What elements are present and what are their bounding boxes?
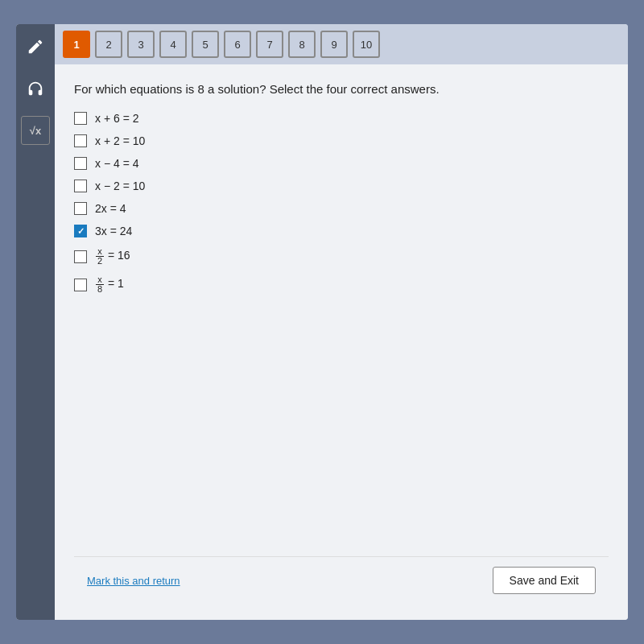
fraction-x8: x 8: [96, 275, 104, 294]
option-1[interactable]: x + 6 = 2: [74, 112, 609, 125]
mark-return-link[interactable]: Mark this and return: [87, 575, 180, 587]
question-btn-7[interactable]: 7: [256, 31, 283, 58]
question-btn-1[interactable]: 1: [63, 31, 90, 58]
option-6[interactable]: 3x = 24: [74, 225, 609, 237]
headphone-icon[interactable]: [21, 74, 50, 103]
options-list: x + 6 = 2 x + 2 = 10 x − 4 = 4 x − 2 = 1…: [74, 112, 609, 556]
pencil-icon[interactable]: [21, 32, 50, 61]
option-4[interactable]: x − 2 = 10: [74, 180, 609, 192]
question-btn-9[interactable]: 9: [320, 31, 348, 58]
option-label-8: x 8 = 1: [95, 275, 124, 294]
question-btn-5[interactable]: 5: [192, 31, 219, 58]
question-btn-8[interactable]: 8: [288, 31, 316, 58]
question-navigation: 1 2 3 4 5 6 7 8 9 10: [55, 24, 628, 64]
question-btn-2[interactable]: 2: [95, 31, 122, 58]
checkbox-3[interactable]: [74, 157, 87, 170]
sidebar: √x: [16, 24, 55, 620]
content-panel: For which equations is 8 a solution? Sel…: [55, 64, 628, 620]
question-btn-10[interactable]: 10: [353, 31, 380, 58]
checkbox-1[interactable]: [74, 112, 87, 125]
question-btn-4[interactable]: 4: [159, 31, 187, 58]
option-8[interactable]: x 8 = 1: [74, 275, 609, 294]
question-btn-3[interactable]: 3: [127, 31, 155, 58]
option-label-7: x 2 = 16: [95, 247, 130, 266]
option-7[interactable]: x 2 = 16: [74, 247, 609, 266]
checkbox-7[interactable]: [74, 250, 87, 263]
checkbox-4[interactable]: [74, 180, 87, 192]
checkbox-6[interactable]: [74, 225, 87, 237]
checkbox-5[interactable]: [74, 202, 87, 215]
math-tool-icon[interactable]: √x: [21, 116, 50, 145]
question-btn-6[interactable]: 6: [224, 31, 251, 58]
option-label-5: 2x = 4: [95, 202, 126, 215]
option-label-4: x − 2 = 10: [95, 180, 145, 192]
footer: Mark this and return Save and Exit: [74, 556, 609, 604]
save-exit-button[interactable]: Save and Exit: [493, 567, 596, 594]
fraction-x2: x 2: [96, 247, 104, 266]
option-label-1: x + 6 = 2: [95, 112, 138, 125]
option-label-2: x + 2 = 10: [95, 134, 145, 147]
option-2[interactable]: x + 2 = 10: [74, 134, 609, 147]
footer-buttons: Save and Exit: [493, 567, 596, 594]
question-text: For which equations is 8 a solution? Sel…: [74, 80, 609, 97]
option-3[interactable]: x − 4 = 4: [74, 157, 609, 170]
checkbox-2[interactable]: [74, 134, 87, 147]
option-label-6: 3x = 24: [95, 225, 132, 237]
main-area: 1 2 3 4 5 6 7 8 9 10 For which equations…: [55, 24, 628, 620]
option-5[interactable]: 2x = 4: [74, 202, 609, 215]
app-container: √x 1 2 3 4 5 6 7 8 9 10 For which equati…: [16, 24, 628, 620]
checkbox-8[interactable]: [74, 279, 87, 291]
option-label-3: x − 4 = 4: [95, 157, 138, 170]
